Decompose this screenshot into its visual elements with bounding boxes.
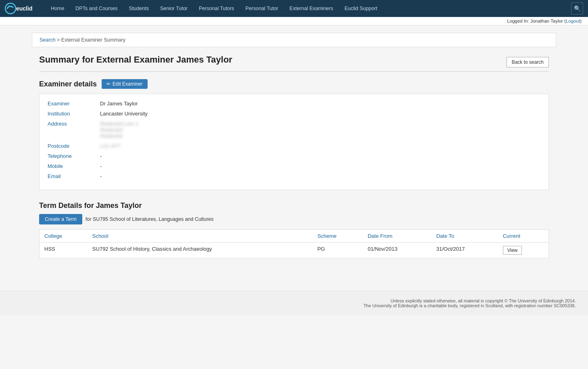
logout-link[interactable]: Logout: [566, 19, 580, 23]
address-value: Redacted Line 1RedactedRedacted: [100, 121, 138, 139]
col-date-to: Date To: [432, 230, 498, 243]
telephone-label: Telephone: [48, 153, 100, 159]
examiner-label: Examiner: [48, 101, 100, 107]
telephone-row: Telephone -: [48, 153, 540, 159]
cell-date-to: 31/Oct/2017: [432, 243, 498, 258]
mobile-value: -: [100, 163, 102, 169]
page-title: Summary for External Examiner James Tayl…: [39, 55, 232, 65]
table-header-row: College School Scheme Date From Date To …: [40, 230, 549, 243]
nav-senior-tutor[interactable]: Senior Tutor: [154, 0, 193, 17]
term-for-text: for SU795 School of Literatures, Languag…: [85, 216, 214, 222]
cell-scheme: PG: [313, 243, 363, 258]
examiner-details-card: Examiner Dr James Taylor Institution Lan…: [39, 94, 549, 190]
page-title-row: Summary for External Examiner James Tayl…: [39, 55, 549, 67]
breadcrumb-separator: >: [56, 37, 61, 43]
logo: euclid: [5, 2, 37, 15]
cell-current: View: [498, 243, 549, 258]
email-value: -: [100, 173, 102, 179]
pencil-icon: ✏: [106, 81, 111, 87]
term-details-title: Term Details for James Taylor: [39, 201, 549, 210]
nav-external-examiners[interactable]: External Examiners: [284, 0, 339, 17]
svg-text:euclid: euclid: [16, 5, 32, 12]
breadcrumb-current: External Examiner Summary: [61, 37, 125, 43]
logged-in-bar: Logged In: Jonathan Taylor (Logout): [0, 17, 588, 25]
search-button[interactable]: 🔍: [571, 2, 583, 15]
nav-home[interactable]: Home: [45, 0, 70, 17]
nav-links: Home DPTs and Courses Students Senior Tu…: [45, 0, 571, 17]
email-label: Email: [48, 173, 100, 179]
title-divider: [39, 71, 549, 72]
examiner-details-title: Examiner details: [39, 80, 97, 88]
institution-value: Lancaster University: [100, 111, 148, 117]
table-row: HSS SU792 School of History, Classics an…: [40, 243, 549, 258]
mobile-row: Mobile -: [48, 163, 540, 169]
col-date-from: Date From: [363, 230, 432, 243]
main-content: Summary for External Examiner James Tayl…: [32, 55, 556, 275]
breadcrumb: Search > External Examiner Summary: [32, 33, 556, 47]
cell-college: HSS: [40, 243, 88, 258]
examiner-value: Dr James Taylor: [100, 101, 138, 107]
footer: Unless explicitly stated otherwise, all …: [0, 291, 588, 315]
table-body: HSS SU792 School of History, Classics an…: [40, 243, 549, 258]
navbar: euclid Home DPTs and Courses Students Se…: [0, 0, 588, 17]
edit-examiner-button[interactable]: ✏ Edit Examiner: [102, 79, 148, 89]
edit-examiner-label: Edit Examiner: [113, 81, 143, 87]
col-current: Current: [498, 230, 549, 243]
email-row: Email -: [48, 173, 540, 179]
col-school: School: [88, 230, 313, 243]
mobile-label: Mobile: [48, 163, 100, 169]
nav-euclid-support[interactable]: Euclid Support: [339, 0, 383, 17]
address-row: Address Redacted Line 1RedactedRedacted: [48, 121, 540, 139]
examiner-details-header: Examiner details ✏ Edit Examiner: [39, 79, 549, 89]
term-details-table: College School Scheme Date From Date To …: [39, 229, 549, 258]
back-to-search-button[interactable]: Back to search: [507, 57, 549, 67]
postcode-value: LA1 4YT: [100, 143, 121, 149]
table-header: College School Scheme Date From Date To …: [40, 230, 549, 243]
footer-line1: Unless explicitly stated otherwise, all …: [12, 298, 576, 303]
term-actions-row: Create a Term for SU795 School of Litera…: [39, 214, 549, 224]
view-button[interactable]: View: [503, 246, 522, 255]
institution-label: Institution: [48, 111, 100, 117]
institution-row: Institution Lancaster University: [48, 111, 540, 117]
nav-students[interactable]: Students: [123, 0, 154, 17]
postcode-label: Postcode: [48, 143, 100, 149]
nav-dpts[interactable]: DPTs and Courses: [70, 0, 123, 17]
address-label: Address: [48, 121, 100, 127]
logged-in-text: Logged In: Jonathan Taylor: [507, 19, 563, 23]
cell-date-from: 01/Nov/2013: [363, 243, 432, 258]
nav-personal-tutors[interactable]: Personal Tutors: [193, 0, 240, 17]
cell-school: SU792 School of History, Classics and Ar…: [88, 243, 313, 258]
col-scheme: Scheme: [313, 230, 363, 243]
telephone-value: -: [100, 153, 102, 159]
breadcrumb-search-link[interactable]: Search: [40, 37, 56, 43]
postcode-row: Postcode LA1 4YT: [48, 143, 540, 149]
col-college: College: [40, 230, 88, 243]
create-term-button[interactable]: Create a Term: [39, 214, 82, 224]
footer-line2: The University of Edinburgh is a charita…: [12, 303, 576, 308]
nav-personal-tutor[interactable]: Personal Tutor: [240, 0, 284, 17]
examiner-row: Examiner Dr James Taylor: [48, 101, 540, 107]
